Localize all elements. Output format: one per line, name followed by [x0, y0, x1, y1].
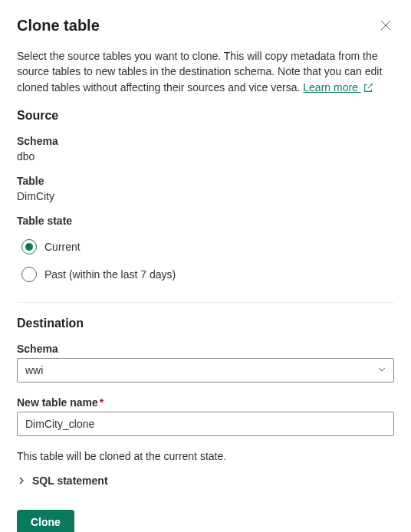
table-state-label: Table state	[17, 215, 394, 227]
new-table-name-label-text: New table name	[17, 396, 98, 409]
source-schema-value: dbo	[17, 150, 394, 163]
radio-option-past[interactable]: Past (within the last 7 days)	[17, 261, 394, 288]
radio-icon	[21, 267, 37, 282]
sql-statement-expander[interactable]: SQL statement	[17, 475, 394, 487]
dialog-description: Select the source tables you want to clo…	[17, 48, 394, 95]
learn-more-link[interactable]: Learn more	[303, 81, 360, 94]
chevron-right-icon	[17, 476, 26, 485]
new-table-name-input[interactable]	[17, 412, 394, 436]
destination-schema-select[interactable]: wwi	[17, 358, 394, 383]
close-icon	[380, 20, 391, 33]
source-table-value: DimCity	[17, 190, 394, 202]
radio-label-past: Past (within the last 7 days)	[44, 268, 176, 281]
source-table-label: Table	[17, 175, 394, 187]
source-schema-label: Schema	[17, 135, 394, 147]
dialog-title: Clone table	[17, 17, 100, 34]
radio-label-current: Current	[44, 241, 81, 253]
destination-schema-label: Schema	[17, 343, 394, 355]
radio-option-current[interactable]: Current	[17, 233, 394, 261]
new-table-name-label: New table name*	[17, 396, 394, 409]
table-state-radio-group: Current Past (within the last 7 days)	[17, 233, 394, 288]
sql-statement-label: SQL statement	[32, 475, 108, 487]
required-asterisk: *	[100, 396, 104, 409]
destination-schema-value: wwi	[25, 364, 43, 376]
radio-icon	[21, 239, 37, 255]
destination-heading: Destination	[17, 317, 394, 330]
source-heading: Source	[17, 109, 394, 123]
clone-state-note: This table will be cloned at the current…	[17, 450, 394, 462]
close-button[interactable]	[377, 17, 394, 36]
external-link-icon	[363, 83, 373, 94]
section-divider	[17, 302, 394, 303]
clone-button[interactable]: Clone	[17, 510, 74, 532]
